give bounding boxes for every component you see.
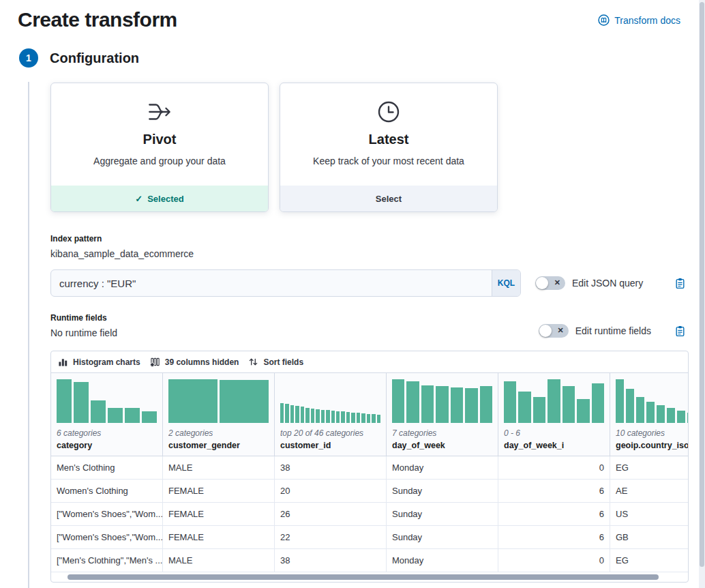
table-cell[interactable]: 6 bbox=[498, 480, 610, 502]
table-row: Men's ClothingMALE38Monday0EG bbox=[51, 456, 689, 480]
step-title: Configuration bbox=[50, 50, 139, 66]
cross-icon: ✕ bbox=[558, 327, 564, 334]
table-cell[interactable]: ["Women's Shoes","Wom... bbox=[51, 503, 163, 525]
column-header-day_of_week_i[interactable]: 0 - 6day_of_week_i bbox=[498, 373, 610, 456]
pivot-footer-label: Selected bbox=[147, 194, 183, 204]
latest-card[interactable]: Latest Keep track of your most recent da… bbox=[280, 83, 498, 212]
table-cell[interactable]: 0 bbox=[498, 456, 610, 479]
table-cell[interactable]: 22 bbox=[275, 526, 387, 548]
pivot-card-body: Pivot Aggregate and group your data bbox=[51, 83, 268, 186]
table-cell[interactable]: EG bbox=[610, 456, 689, 479]
table-cell[interactable]: 38 bbox=[275, 456, 387, 479]
table-cell[interactable]: 38 bbox=[275, 549, 387, 572]
column-name: day_of_week bbox=[392, 441, 492, 450]
table-cell[interactable]: FEMALE bbox=[163, 480, 275, 502]
columns-hidden-button[interactable]: 39 columns hidden bbox=[150, 357, 239, 367]
grid-body: Men's ClothingMALE38Monday0EGWomen's Clo… bbox=[51, 456, 689, 572]
step-header: 1 Configuration bbox=[19, 48, 705, 68]
docs-link-label: Transform docs bbox=[614, 15, 680, 26]
index-pattern-label: Index pattern bbox=[50, 234, 689, 244]
aggregate-icon bbox=[145, 97, 174, 127]
table-cell[interactable]: US bbox=[610, 503, 689, 525]
column-name: day_of_week_i bbox=[504, 441, 604, 450]
table-cell[interactable]: 26 bbox=[275, 503, 387, 525]
table-cell[interactable]: Monday bbox=[387, 456, 498, 479]
preview-data-grid: Histogram charts 39 columns hidden bbox=[50, 351, 689, 583]
pivot-card-footer: ✓ Selected bbox=[51, 186, 268, 211]
table-row: ["Men's Clothing","Men's ...MALE38Monday… bbox=[51, 549, 689, 572]
grid-inner: 6 categoriescategory2 categoriescustomer… bbox=[51, 373, 689, 572]
edit-runtime-fields-switch[interactable]: ✕ bbox=[539, 324, 569, 338]
latest-card-body: Latest Keep track of your most recent da… bbox=[280, 83, 497, 186]
horizontal-scrollbar[interactable] bbox=[51, 572, 688, 582]
histogram-icon bbox=[58, 357, 68, 367]
column-histogram bbox=[280, 379, 380, 423]
table-cell[interactable]: Monday bbox=[387, 549, 498, 572]
query-bar: currency : "EUR" KQL bbox=[50, 269, 521, 297]
histogram-charts-button[interactable]: Histogram charts bbox=[58, 357, 140, 367]
switch-knob bbox=[539, 325, 552, 337]
table-cell[interactable]: ["Women's Shoes","Wom... bbox=[51, 526, 163, 548]
page-title: Create transform bbox=[18, 8, 177, 31]
edit-json-query-switch[interactable]: ✕ bbox=[535, 276, 565, 290]
table-row: ["Women's Shoes","Wom...FEMALE26Sunday6U… bbox=[51, 503, 689, 526]
query-input[interactable]: currency : "EUR" bbox=[51, 270, 492, 296]
table-cell[interactable]: ["Men's Clothing","Men's ... bbox=[51, 549, 163, 572]
pivot-card-title: Pivot bbox=[143, 132, 177, 147]
pivot-card-description: Aggregate and group your data bbox=[93, 156, 226, 166]
column-histogram bbox=[57, 379, 157, 423]
copy-json-query-button[interactable] bbox=[674, 278, 686, 289]
clock-icon bbox=[375, 97, 402, 127]
histogram-charts-label: Histogram charts bbox=[73, 357, 140, 367]
column-subtitle: 7 categories bbox=[392, 428, 492, 438]
column-histogram bbox=[504, 379, 604, 423]
page-header: Create transform Transform docs bbox=[0, 0, 705, 31]
column-name: geoip.country_iso_ bbox=[616, 441, 689, 450]
vertical-scrollbar-thumb[interactable] bbox=[700, 2, 704, 567]
column-header-customer_gender[interactable]: 2 categoriescustomer_gender bbox=[163, 373, 275, 456]
sort-fields-button[interactable]: Sort fields bbox=[248, 357, 303, 367]
table-cell[interactable]: 6 bbox=[498, 526, 610, 548]
column-subtitle: 2 categories bbox=[168, 428, 269, 438]
copy-runtime-fields-button[interactable] bbox=[674, 325, 686, 337]
column-name: customer_id bbox=[280, 441, 380, 450]
table-row: Women's ClothingFEMALE20Sunday6AE bbox=[51, 480, 689, 503]
table-cell[interactable]: MALE bbox=[163, 456, 275, 479]
check-icon: ✓ bbox=[135, 194, 142, 204]
table-cell[interactable]: Sunday bbox=[387, 526, 498, 548]
query-language-button[interactable]: KQL bbox=[492, 270, 520, 296]
documentation-icon bbox=[598, 14, 610, 26]
table-cell[interactable]: Sunday bbox=[387, 480, 498, 502]
table-cell[interactable]: Women's Clothing bbox=[51, 480, 163, 502]
grid-header: 6 categoriescategory2 categoriescustomer… bbox=[51, 373, 689, 456]
runtime-fields-left: Runtime fields No runtime field bbox=[50, 313, 117, 338]
column-header-customer_id[interactable]: top 20 of 46 categoriescustomer_id bbox=[275, 373, 387, 456]
table-row: ["Women's Shoes","Wom...FEMALE22Sunday6G… bbox=[51, 526, 689, 549]
table-cell[interactable]: 20 bbox=[275, 480, 387, 502]
table-cell[interactable]: GB bbox=[610, 526, 689, 548]
table-cell[interactable]: Sunday bbox=[387, 503, 498, 525]
table-cell[interactable]: FEMALE bbox=[163, 526, 275, 548]
table-cell[interactable]: 0 bbox=[498, 549, 610, 572]
table-cell[interactable]: AE bbox=[610, 480, 689, 502]
vertical-scrollbar[interactable] bbox=[699, 0, 705, 588]
column-subtitle: 6 categories bbox=[57, 428, 157, 438]
table-cell[interactable]: FEMALE bbox=[163, 503, 275, 525]
table-cell[interactable]: Men's Clothing bbox=[51, 456, 163, 479]
switch-knob bbox=[536, 277, 548, 289]
edit-runtime-fields-label: Edit runtime fields bbox=[575, 325, 651, 336]
pivot-card[interactable]: Pivot Aggregate and group your data ✓ Se… bbox=[50, 83, 269, 212]
column-header-category[interactable]: 6 categoriescategory bbox=[51, 373, 163, 456]
table-cell[interactable]: 6 bbox=[498, 503, 610, 525]
edit-json-query-label: Edit JSON query bbox=[572, 278, 643, 289]
column-header-day_of_week[interactable]: 7 categoriesday_of_week bbox=[387, 373, 498, 456]
table-cell[interactable]: EG bbox=[610, 549, 689, 572]
runtime-fields-right: ✕ Edit runtime fields bbox=[539, 324, 689, 338]
runtime-fields-row: Runtime fields No runtime field ✕ Edit r… bbox=[50, 313, 689, 338]
latest-card-footer[interactable]: Select bbox=[280, 186, 497, 211]
table-cell[interactable]: MALE bbox=[163, 549, 275, 572]
horizontal-scrollbar-thumb[interactable] bbox=[68, 574, 659, 580]
transform-docs-link[interactable]: Transform docs bbox=[598, 14, 680, 26]
column-header-geoip.country_iso_[interactable]: 10 categoriesgeoip.country_iso_ bbox=[610, 373, 689, 456]
columns-hidden-label: 39 columns hidden bbox=[165, 357, 239, 367]
